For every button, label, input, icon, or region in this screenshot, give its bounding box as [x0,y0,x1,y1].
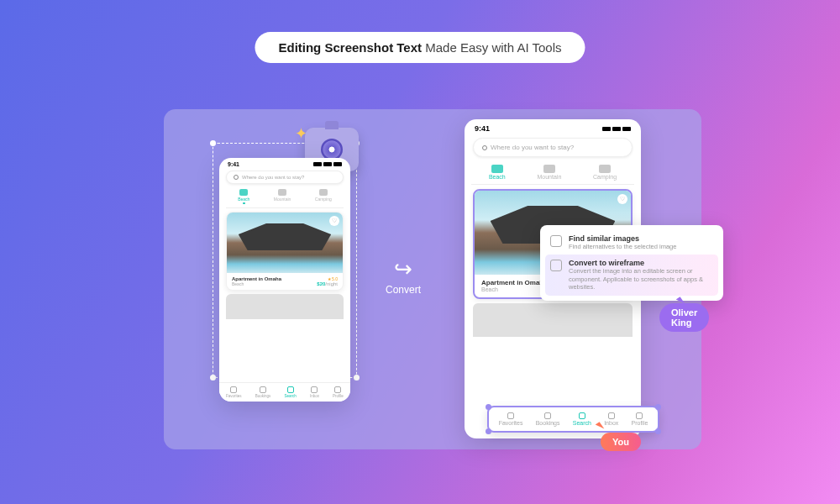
images-icon [550,235,562,247]
listing-image: ♡ [227,213,343,273]
nav-inbox[interactable]: Inbox [310,386,319,398]
tab-camping[interactable]: Camping [315,189,332,204]
battery-icon [622,127,631,131]
search-icon [234,175,239,180]
search-icon [482,145,487,150]
bottom-nav: Favorites Bookings Search Inbox Profile [219,382,350,402]
listing-title: Apartment in Omaha [481,279,548,286]
nav-profile[interactable]: Profile [632,412,648,426]
page-title: Editing Screenshot Text Made Easy with A… [255,32,585,63]
menu-convert-wireframe[interactable]: Convert to wireframeConvert the image in… [545,255,718,295]
tab-camping[interactable]: Camping [593,165,617,180]
nav-search[interactable]: Search [573,412,591,426]
search-placeholder: Where do you want to stay? [491,144,574,151]
status-bar: 9:41 [219,158,350,167]
listing-subtitle: Beach [481,286,548,292]
favorite-icon[interactable]: ♡ [329,216,339,226]
status-time: 9:41 [475,124,490,133]
search-input[interactable]: Where do you want to stay? [226,171,344,184]
detached-bottom-nav[interactable]: Favorites Bookings Search Inbox Profile [487,406,659,433]
signal-icon [602,127,611,131]
nav-inbox[interactable]: Inbox [604,412,618,426]
tab-beach[interactable]: Beach [489,165,506,180]
self-badge: You [601,433,641,451]
title-bold: Editing Screenshot Text [278,40,422,55]
wireframe-icon [550,260,562,271]
demo-stage: ✦ 9:41 Where do you want to stay? Beach … [164,109,701,449]
title-rest: Made Easy with AI Tools [422,40,561,55]
listing-card-2[interactable] [473,303,633,337]
status-bar: 9:41 [465,119,641,133]
favorite-icon[interactable]: ♡ [617,194,627,204]
tab-mountain[interactable]: Mountain [538,165,562,180]
search-placeholder: Where do you want to stay? [242,175,304,180]
context-menu: Find similar imagesFind alternatives to … [540,225,723,301]
listing-subtitle: Beach [232,281,281,286]
tab-mountain[interactable]: Mountain [274,189,291,204]
source-phone: 9:41 Where do you want to stay? Beach Mo… [219,158,350,402]
category-tabs: Beach Mountain Camping [219,187,350,207]
nav-search[interactable]: Search [284,386,296,398]
nav-favorites[interactable]: Favorites [226,386,242,398]
nav-bookings[interactable]: Bookings [536,412,560,426]
status-time: 9:41 [228,161,239,167]
signal-icon [313,162,322,166]
convert-label: Convert [386,284,421,296]
wifi-icon [612,127,621,131]
wifi-icon [323,162,332,166]
nav-profile[interactable]: Profile [333,386,344,398]
listing-card[interactable]: ♡ Apartment in OmahaBeach ★ 5.0$20/night [226,212,344,291]
nav-bookings[interactable]: Bookings [255,386,271,398]
battery-icon [333,162,342,166]
menu-find-similar[interactable]: Find similar imagesFind alternatives to … [545,230,718,255]
listing-card-2[interactable] [226,294,344,319]
category-tabs: Beach Mountain Camping [465,162,641,184]
tab-beach[interactable]: Beach [238,189,249,204]
convert-indicator: ↪ Convert [386,256,421,296]
arrow-icon: ↪ [386,256,421,282]
listing-price: $20/night [317,281,338,286]
search-input[interactable]: Where do you want to stay? [473,138,633,157]
nav-favorites[interactable]: Favorites [499,412,523,426]
collaborator-badge: Oliver King [659,303,709,332]
